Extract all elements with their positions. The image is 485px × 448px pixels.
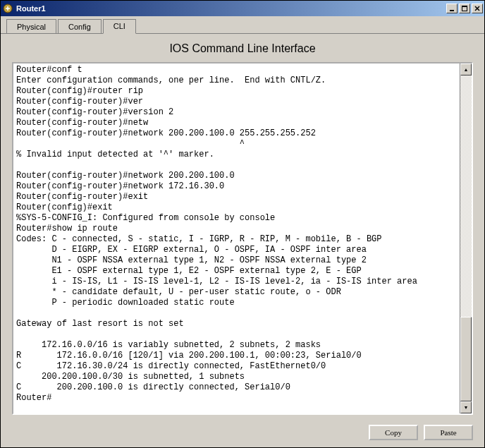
copy-button[interactable]: Copy — [369, 425, 418, 440]
maximize-button[interactable] — [459, 4, 470, 13]
window-title: Router1 — [16, 4, 445, 13]
app-icon — [2, 3, 13, 14]
scroll-down-button[interactable]: ▼ — [460, 401, 472, 413]
tab-cli[interactable]: CLI — [103, 19, 136, 34]
app-window: Router1 Physical Config CLI IOS Command … — [0, 0, 485, 448]
svg-rect-1 — [450, 10, 454, 11]
cli-panel: IOS Command Line Interface Router#conf t… — [1, 34, 484, 420]
content-area: Physical Config CLI IOS Command Line Int… — [1, 16, 484, 447]
vertical-scrollbar[interactable]: ▲ ▼ — [460, 63, 472, 413]
svg-rect-3 — [462, 6, 467, 7]
tab-physical[interactable]: Physical — [6, 19, 56, 33]
tab-config[interactable]: Config — [58, 19, 102, 33]
window-controls — [445, 4, 483, 13]
scroll-up-button[interactable]: ▲ — [460, 63, 472, 75]
cli-terminal[interactable]: Router#conf t Enter configuration comman… — [13, 63, 460, 413]
panel-title: IOS Command Line Interface — [12, 42, 473, 55]
scroll-thumb[interactable] — [460, 317, 472, 401]
minimize-button[interactable] — [446, 4, 458, 13]
terminal-container: Router#conf t Enter configuration comman… — [12, 62, 473, 415]
scroll-track[interactable] — [460, 75, 472, 401]
button-row: Copy Paste — [1, 420, 484, 447]
paste-button[interactable]: Paste — [424, 425, 473, 440]
title-bar[interactable]: Router1 — [1, 1, 484, 16]
tab-strip: Physical Config CLI — [1, 16, 484, 34]
close-button[interactable] — [472, 4, 483, 13]
